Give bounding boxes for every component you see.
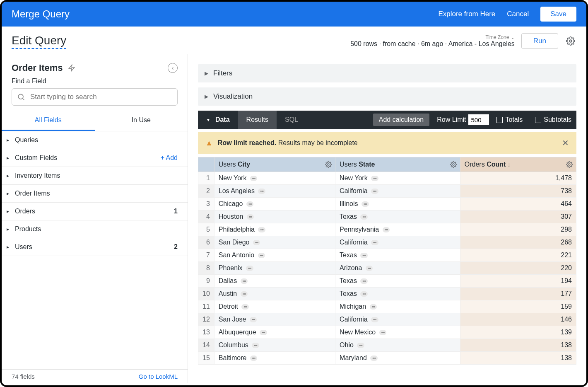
- cell-city[interactable]: San Jose •••: [214, 313, 335, 326]
- search-input[interactable]: [30, 93, 172, 101]
- cell-count[interactable]: 138: [460, 339, 576, 352]
- column-header-state[interactable]: Users State: [335, 157, 460, 172]
- more-icon[interactable]: •••: [383, 227, 390, 232]
- cell-state[interactable]: California •••: [335, 313, 460, 326]
- more-icon[interactable]: •••: [241, 304, 249, 310]
- more-icon[interactable]: •••: [246, 201, 254, 207]
- cell-city[interactable]: Baltimore •••: [214, 352, 335, 365]
- more-icon[interactable]: •••: [253, 240, 260, 245]
- more-icon[interactable]: •••: [247, 214, 254, 220]
- cell-city[interactable]: New York •••: [214, 172, 335, 185]
- more-icon[interactable]: •••: [360, 214, 368, 220]
- timezone-dropdown[interactable]: Time Zone ⌄: [350, 34, 515, 40]
- cell-state[interactable]: Maryland •••: [335, 352, 460, 365]
- more-icon[interactable]: •••: [250, 356, 258, 361]
- more-icon[interactable]: •••: [241, 278, 248, 284]
- more-icon[interactable]: •••: [366, 266, 373, 271]
- explore-from-here-link[interactable]: Explore from Here: [438, 10, 495, 18]
- column-gear-button[interactable]: [325, 161, 332, 168]
- cell-city[interactable]: Philadelphia •••: [214, 223, 335, 236]
- cell-city[interactable]: Columbus •••: [214, 339, 335, 352]
- column-header-count[interactable]: Orders Count ↓: [460, 157, 576, 172]
- more-icon[interactable]: •••: [258, 253, 265, 258]
- more-icon[interactable]: •••: [250, 317, 257, 322]
- add-custom-field-link[interactable]: + Add: [161, 154, 178, 162]
- cell-count[interactable]: 268: [460, 236, 576, 249]
- more-icon[interactable]: •••: [379, 330, 387, 335]
- field-search-box[interactable]: [12, 88, 178, 106]
- totals-checkbox[interactable]: Totals: [496, 116, 523, 123]
- cell-state[interactable]: Ohio •••: [335, 339, 460, 352]
- more-icon[interactable]: •••: [370, 304, 377, 310]
- tab-all-fields[interactable]: All Fields: [2, 111, 95, 131]
- more-icon[interactable]: •••: [260, 330, 267, 335]
- cell-city[interactable]: Phoenix •••: [214, 262, 335, 275]
- cell-city[interactable]: Austin •••: [214, 288, 335, 300]
- cell-count[interactable]: 464: [460, 198, 576, 210]
- cell-count[interactable]: 738: [460, 185, 576, 198]
- subtotals-checkbox[interactable]: Subtotals: [535, 116, 571, 123]
- field-group-products[interactable]: ▸Products: [2, 220, 188, 238]
- more-icon[interactable]: •••: [241, 291, 248, 297]
- cell-count[interactable]: 146: [460, 313, 576, 326]
- cell-count[interactable]: 177: [460, 288, 576, 300]
- more-icon[interactable]: •••: [370, 356, 378, 361]
- cell-city[interactable]: Detroit •••: [214, 300, 335, 313]
- settings-gear-button[interactable]: [565, 35, 576, 47]
- visualization-section-toggle[interactable]: ▶ Visualization: [198, 87, 576, 106]
- filters-section-toggle[interactable]: ▶ Filters: [198, 64, 576, 82]
- column-gear-button[interactable]: [450, 161, 457, 168]
- column-gear-button[interactable]: [566, 161, 573, 168]
- more-icon[interactable]: •••: [360, 291, 368, 297]
- cell-count[interactable]: 138: [460, 352, 576, 365]
- cell-count[interactable]: 220: [460, 262, 576, 275]
- cell-state[interactable]: Pennsylvania •••: [335, 223, 460, 236]
- field-group-order-items[interactable]: ▸Order Items: [2, 185, 188, 203]
- more-icon[interactable]: •••: [258, 189, 265, 194]
- cell-city[interactable]: Albuquerque •••: [214, 326, 335, 339]
- run-button[interactable]: Run: [521, 33, 558, 49]
- cell-count[interactable]: 1,478: [460, 172, 576, 185]
- results-tab[interactable]: Results: [238, 111, 277, 129]
- cell-state[interactable]: California •••: [335, 236, 460, 249]
- more-icon[interactable]: •••: [357, 343, 364, 348]
- data-tab[interactable]: Data: [198, 111, 238, 129]
- sql-tab[interactable]: SQL: [277, 111, 306, 129]
- cell-count[interactable]: 298: [460, 223, 576, 236]
- field-group-orders[interactable]: ▸Orders1: [2, 203, 188, 220]
- cell-state[interactable]: Michigan •••: [335, 300, 460, 313]
- cell-city[interactable]: San Diego •••: [214, 236, 335, 249]
- more-icon[interactable]: •••: [246, 266, 253, 271]
- more-icon[interactable]: •••: [371, 317, 378, 322]
- more-icon[interactable]: •••: [371, 176, 378, 181]
- column-header-city[interactable]: Users City: [214, 157, 335, 172]
- cell-count[interactable]: 139: [460, 326, 576, 339]
- row-limit-input[interactable]: [468, 114, 489, 125]
- cell-state[interactable]: Arizona •••: [335, 262, 460, 275]
- save-button[interactable]: Save: [540, 7, 576, 22]
- cell-state[interactable]: Texas •••: [335, 275, 460, 288]
- go-to-lookml-link[interactable]: Go to LookML: [139, 373, 178, 380]
- cell-count[interactable]: 159: [460, 300, 576, 313]
- collapse-sidebar-button[interactable]: ‹: [168, 63, 178, 73]
- more-icon[interactable]: •••: [252, 343, 259, 348]
- bolt-icon[interactable]: [68, 64, 75, 72]
- cell-city[interactable]: Los Angeles •••: [214, 185, 335, 198]
- cell-city[interactable]: San Antonio •••: [214, 249, 335, 262]
- more-icon[interactable]: •••: [250, 176, 258, 181]
- field-group-custom-fields[interactable]: ▸Custom Fields+ Add: [2, 149, 188, 167]
- edit-query-title[interactable]: Edit Query: [12, 34, 66, 49]
- cell-count[interactable]: 221: [460, 249, 576, 262]
- cell-state[interactable]: Texas •••: [335, 249, 460, 262]
- dismiss-warning-button[interactable]: ✕: [562, 138, 569, 148]
- field-group-users[interactable]: ▸Users2: [2, 238, 188, 256]
- cell-state[interactable]: Texas •••: [335, 210, 460, 223]
- cell-state[interactable]: Texas •••: [335, 288, 460, 300]
- cell-state[interactable]: California •••: [335, 185, 460, 198]
- cell-state[interactable]: New Mexico •••: [335, 326, 460, 339]
- cell-count[interactable]: 194: [460, 275, 576, 288]
- more-icon[interactable]: •••: [258, 227, 265, 232]
- cell-city[interactable]: Chicago •••: [214, 198, 335, 210]
- cell-city[interactable]: Dallas •••: [214, 275, 335, 288]
- tab-in-use[interactable]: In Use: [95, 111, 188, 131]
